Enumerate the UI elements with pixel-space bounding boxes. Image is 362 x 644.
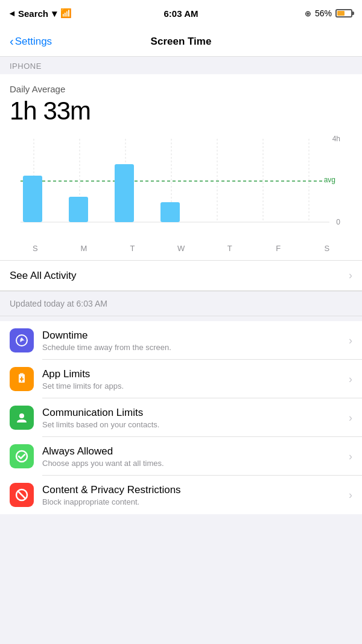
always-allowed-content: Always Allowed Choose apps you want at a… [42, 445, 349, 468]
settings-group: Downtime Schedule time away from the scr… [0, 321, 362, 514]
always-allowed-title: Always Allowed [42, 445, 349, 457]
svg-rect-14 [115, 164, 134, 222]
svg-text:0: 0 [336, 218, 340, 226]
day-label-s2: S [302, 244, 351, 253]
status-left: ◂ Search ▾ 📶 [10, 8, 72, 19]
always-allowed-row[interactable]: Always Allowed Choose apps you want at a… [0, 437, 362, 476]
daily-average-label: Daily Average [10, 84, 352, 94]
app-limits-title: App Limits [42, 368, 349, 380]
day-label-w: W [157, 244, 206, 253]
status-right: ⊕ 56% [305, 8, 352, 18]
back-button[interactable]: ‹ Settings [10, 34, 52, 48]
chart-day-labels: S M T W T F S [10, 241, 352, 260]
see-all-activity-row[interactable]: See All Activity › [0, 261, 362, 290]
day-label-t2: T [205, 244, 254, 253]
day-label-f: F [254, 244, 303, 253]
wifi-signal: 📶 [60, 8, 72, 19]
chart-area: 4h 0 avg [10, 133, 352, 241]
svg-line-24 [19, 492, 25, 498]
content-privacy-row[interactable]: Content & Privacy Restrictions Block ina… [0, 476, 362, 514]
nav-bar: ‹ Settings Screen Time [0, 27, 362, 57]
communication-limits-icon [10, 406, 34, 430]
see-all-activity-label: See All Activity [10, 270, 77, 282]
communication-limits-subtitle: Set limits based on your contacts. [42, 420, 349, 429]
app-limits-icon [10, 367, 34, 391]
svg-point-22 [16, 451, 27, 462]
app-limits-chevron-icon: › [349, 373, 352, 386]
day-label-t1: T [108, 244, 157, 253]
day-label-s1: S [11, 244, 60, 253]
battery-icon [335, 9, 352, 18]
downtime-row[interactable]: Downtime Schedule time away from the scr… [0, 321, 362, 360]
updated-text: Updated today at 6:03 AM [10, 299, 107, 308]
carrier-label: Search [18, 8, 48, 19]
downtime-title: Downtime [42, 330, 349, 342]
content-privacy-icon [10, 483, 34, 507]
content-privacy-title: Content & Privacy Restrictions [42, 484, 349, 496]
wifi-icon: ▾ [52, 8, 57, 19]
downtime-subtitle: Schedule time away from the screen. [42, 343, 349, 352]
content-privacy-content: Content & Privacy Restrictions Block ina… [42, 484, 349, 506]
svg-point-21 [19, 413, 24, 418]
always-allowed-subtitle: Choose apps you want at all times. [42, 459, 349, 468]
battery-percent-label: 56% [315, 8, 332, 18]
updated-bar: Updated today at 6:03 AM [0, 291, 362, 316]
downtime-content: Downtime Schedule time away from the scr… [42, 330, 349, 352]
downtime-chevron-icon: › [349, 334, 352, 347]
status-bar: ◂ Search ▾ 📶 6:03 AM ⊕ 56% [0, 0, 362, 27]
back-label: Settings [15, 36, 52, 48]
svg-rect-15 [160, 202, 180, 222]
battery-fill [337, 11, 345, 16]
chart-container: 4h 0 avg [0, 133, 362, 260]
downtime-icon [10, 328, 34, 352]
always-allowed-chevron-icon: › [349, 450, 352, 463]
svg-rect-18 [20, 373, 24, 375]
daily-average-block: Daily Average 1h 33m [0, 74, 362, 133]
communication-limits-chevron-icon: › [349, 412, 352, 424]
page-title: Screen Time [151, 36, 212, 48]
iphone-section-header: IPHONE [0, 57, 362, 74]
status-time: 6:03 AM [164, 8, 198, 19]
always-allowed-icon [10, 444, 34, 468]
content-privacy-chevron-icon: › [349, 489, 352, 502]
communication-limits-content: Communication Limits Set limits based on… [42, 407, 349, 429]
svg-text:4h: 4h [332, 135, 340, 143]
app-limits-subtitle: Set time limits for apps. [42, 381, 349, 391]
spacer [0, 316, 362, 321]
see-all-chevron-icon: › [349, 269, 352, 282]
svg-text:avg: avg [324, 176, 335, 184]
daily-average-value: 1h 33m [10, 97, 352, 126]
app-limits-content: App Limits Set time limits for apps. [42, 368, 349, 391]
content-privacy-subtitle: Block inappropriate content. [42, 497, 349, 506]
bar-chart: 4h 0 avg [10, 133, 352, 229]
svg-rect-12 [23, 176, 42, 222]
day-label-m: M [60, 244, 109, 253]
screen-time-icon: ⊕ [305, 9, 311, 18]
svg-rect-13 [69, 197, 88, 222]
battery-container [335, 9, 352, 18]
communication-limits-row[interactable]: Communication Limits Set limits based on… [0, 398, 362, 437]
communication-limits-title: Communication Limits [42, 407, 349, 419]
app-limits-row[interactable]: App Limits Set time limits for apps. › [0, 360, 362, 398]
back-arrow-icon: ◂ [10, 8, 14, 19]
back-chevron-icon: ‹ [10, 34, 14, 48]
